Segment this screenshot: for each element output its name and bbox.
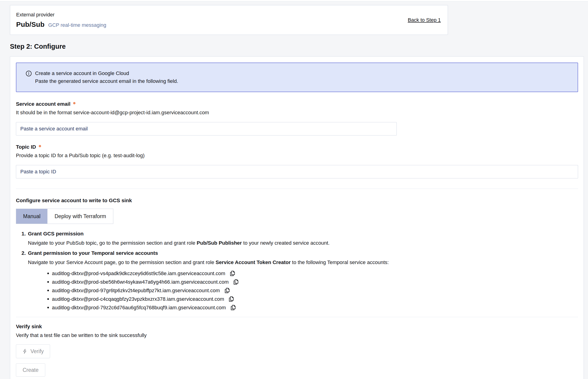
service-account-email-text: auditlog-dktxv@prod-97gr6tp6zkv2t4epubff… bbox=[52, 288, 220, 294]
provider-name: Pub/Sub bbox=[16, 20, 45, 28]
info-banner-body: Paste the generated service account emai… bbox=[35, 78, 178, 85]
step-2-role-name: Service Account Token Creator bbox=[216, 259, 291, 265]
create-button-label: Create bbox=[23, 367, 39, 373]
copy-icon[interactable] bbox=[230, 304, 236, 311]
back-to-step-1-link[interactable]: Back to Step 1 bbox=[408, 17, 441, 23]
service-account-email-description: It should be in the format service-accou… bbox=[16, 109, 578, 116]
bullet-icon bbox=[47, 281, 49, 283]
step-1-body-suffix: to your newly created service account. bbox=[242, 240, 329, 246]
tab-deploy-with-terraform[interactable]: Deploy with Terraform bbox=[47, 209, 113, 224]
copy-icon[interactable] bbox=[233, 279, 239, 285]
info-banner: Create a service account in Google Cloud… bbox=[16, 63, 578, 92]
bullet-icon bbox=[47, 307, 49, 308]
step-1-body: Navigate to your PubSub topic, go to the… bbox=[28, 240, 578, 247]
section-divider bbox=[16, 189, 578, 189]
service-account-email-label-row: Service account email bbox=[16, 101, 578, 107]
provider-name-row: Pub/Sub GCP real-time messaging bbox=[16, 20, 106, 28]
info-banner-title: Create a service account in Google Cloud bbox=[35, 70, 178, 77]
temporal-service-account-list: auditlog-dktxv@prod-vs4padk9dkczcey6d6st… bbox=[28, 269, 578, 312]
verify-sink-heading: Verify sink bbox=[16, 323, 578, 330]
topic-id-description: Provide a topic ID for a Pub/Sub topic (… bbox=[16, 152, 578, 159]
create-button[interactable]: Create bbox=[16, 363, 45, 377]
step-2-body: Navigate to your Service Account page, g… bbox=[28, 259, 578, 266]
service-account-email-text: auditlog-dktxv@prod-sbe56h6wr4sykaw47a6y… bbox=[52, 279, 229, 285]
copy-icon[interactable] bbox=[228, 296, 234, 302]
lightning-icon bbox=[22, 348, 28, 354]
bullet-icon bbox=[47, 290, 49, 291]
provider-card: External provider Pub/Sub GCP real-time … bbox=[10, 5, 448, 35]
step-number: 1. bbox=[21, 230, 26, 237]
step-2-title: Grant permission to your Temporal servic… bbox=[28, 250, 578, 257]
list-item: auditlog-dktxv@prod-sbe56h6wr4sykaw47a6y… bbox=[28, 278, 578, 286]
instruction-step-2: 2. Grant permission to your Temporal ser… bbox=[16, 250, 578, 312]
info-banner-text: Create a service account in Google Cloud… bbox=[35, 70, 178, 85]
list-item: auditlog-dktxv@prod-79z2c6d76au6g5fcq768… bbox=[28, 303, 578, 312]
provider-eyebrow: External provider bbox=[16, 12, 106, 18]
service-account-email-text: auditlog-dktxv@prod-vs4padk9dkczcey6d6st… bbox=[52, 270, 225, 277]
configure-card: Create a service account in Google Cloud… bbox=[10, 56, 584, 379]
top-divider bbox=[0, 0, 588, 1]
tab-manual[interactable]: Manual bbox=[16, 209, 47, 224]
verify-sink-description: Verify that a test file can be written t… bbox=[16, 332, 578, 339]
topic-id-label-row: Topic ID bbox=[16, 144, 578, 150]
service-account-email-label: Service account email bbox=[16, 101, 70, 107]
list-item: auditlog-dktxv@prod-vs4padk9dkczcey6d6st… bbox=[28, 269, 578, 278]
verify-button-label: Verify bbox=[31, 348, 44, 355]
provider-tagline: GCP real-time messaging bbox=[48, 22, 106, 28]
info-icon bbox=[26, 70, 32, 77]
step-1-title: Grant GCS permission bbox=[28, 230, 578, 237]
step-2-body-prefix: Navigate to your Service Account page, g… bbox=[28, 259, 216, 265]
verify-button[interactable]: Verify bbox=[16, 344, 50, 358]
copy-icon[interactable] bbox=[229, 270, 236, 277]
service-account-email-text: auditlog-dktxv@prod-79z2c6d76au6g5fcq768… bbox=[52, 305, 226, 311]
step-1-role-name: Pub/Sub Publisher bbox=[197, 240, 242, 246]
required-dot-icon bbox=[73, 102, 76, 104]
step-1-body-prefix: Navigate to your PubSub topic, go to the… bbox=[28, 240, 197, 246]
list-item: auditlog-dktxv@prod-97gr6tp6zkv2t4epubff… bbox=[28, 286, 578, 295]
list-item: auditlog-dktxv@prod-c4cqaqgbfzy23vpzkbxz… bbox=[28, 295, 578, 303]
bullet-icon bbox=[47, 273, 49, 274]
instruction-step-1: 1. Grant GCS permission Navigate to your… bbox=[16, 230, 578, 247]
sink-config-tabs: Manual Deploy with Terraform bbox=[16, 209, 113, 224]
topic-id-input[interactable] bbox=[16, 165, 578, 178]
configure-sink-heading: Configure service account to write to GC… bbox=[16, 197, 578, 204]
topic-id-label: Topic ID bbox=[16, 144, 36, 150]
step-number: 2. bbox=[21, 250, 26, 257]
required-dot-icon bbox=[39, 145, 41, 147]
provider-info: External provider Pub/Sub GCP real-time … bbox=[16, 12, 106, 28]
step-2-body-suffix: to the following Temporal service accoun… bbox=[291, 259, 389, 265]
manual-instructions: 1. Grant GCS permission Navigate to your… bbox=[16, 230, 578, 312]
section-divider bbox=[16, 317, 578, 317]
service-account-email-input[interactable] bbox=[16, 122, 397, 136]
bullet-icon bbox=[47, 298, 49, 300]
page-title: Step 2: Configure bbox=[10, 43, 588, 50]
service-account-email-text: auditlog-dktxv@prod-c4cqaqgbfzy23vpzkbxz… bbox=[52, 296, 224, 302]
copy-icon[interactable] bbox=[224, 287, 230, 294]
